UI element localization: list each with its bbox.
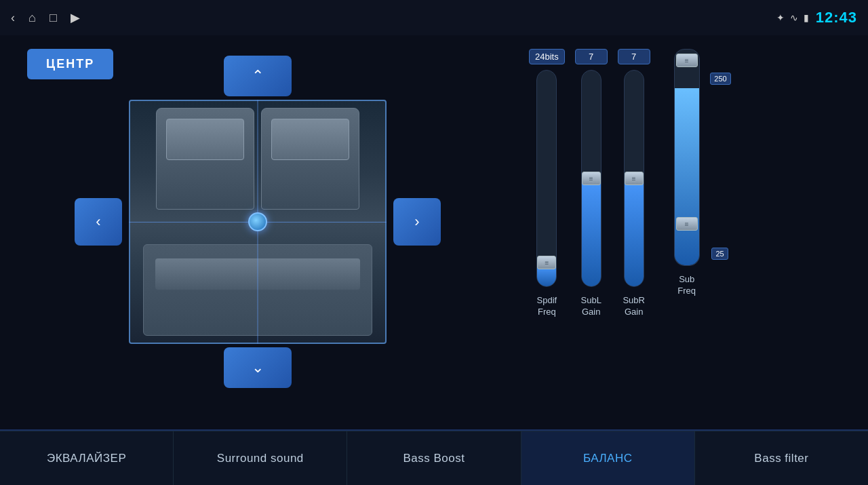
wifi-icon: ∿: [790, 12, 798, 23]
left-panel: ЦЕНТР ⌃ ‹ › ⌄: [0, 35, 515, 431]
spdif-freq-label: SpdifFreq: [537, 295, 557, 318]
subr-gain-track[interactable]: [624, 70, 644, 287]
tab-bassfilter[interactable]: Bass filter: [695, 431, 868, 485]
status-right: ✦ ∿ ▮ 12:43: [776, 9, 857, 26]
seat-right: [261, 108, 359, 210]
spdif-freq-badge: 24bits: [529, 49, 565, 64]
car-container: ⌃ ‹ › ⌄: [129, 56, 387, 388]
bluetooth-icon: ✦: [776, 12, 785, 23]
sub-freq-fill: [675, 88, 699, 265]
subl-gain-fill: [582, 174, 601, 286]
sub-freq-slider-col: 250 25 SubFreq: [674, 49, 700, 297]
subr-gain-handle[interactable]: [625, 172, 644, 185]
seat-left: [156, 108, 254, 210]
back-button[interactable]: ‹: [11, 11, 15, 25]
subr-gain-badge: 7: [618, 49, 650, 64]
sub-freq-bottom-badge: 25: [711, 248, 728, 260]
balance-indicator[interactable]: [248, 212, 267, 231]
subl-gain-slider-col: 7 SubLGain: [575, 49, 608, 318]
media-button[interactable]: ▶: [71, 10, 80, 25]
subl-gain-label: SubLGain: [581, 295, 601, 318]
recent-button[interactable]: □: [50, 11, 57, 25]
tab-balance[interactable]: БАЛАНС: [521, 431, 695, 485]
sub-freq-top-badge: 250: [710, 73, 730, 85]
sub-freq-track[interactable]: [674, 49, 700, 266]
sub-freq-handle-top[interactable]: [676, 54, 698, 67]
spdif-freq-handle[interactable]: [537, 256, 556, 269]
subl-gain-handle[interactable]: [582, 172, 601, 185]
subr-gain-label: SubRGain: [623, 295, 645, 318]
subr-gain-slider-col: 7 SubRGain: [618, 49, 650, 318]
sub-freq-handle-bottom[interactable]: [676, 217, 698, 231]
tab-eq[interactable]: ЭКВАЛАЙЗЕР: [0, 431, 174, 485]
home-button[interactable]: ⌂: [28, 11, 36, 25]
right-panel: 24bits SpdifFreq 7 SubLGain 7 SubRGain: [515, 35, 868, 431]
bottom-nav: ЭКВАЛАЙЗЕР Surround sound Bass Boost БАЛ…: [0, 431, 868, 485]
status-bar: ‹ ⌂ □ ▶ ✦ ∿ ▮ 12:43: [0, 0, 868, 35]
tab-surround[interactable]: Surround sound: [174, 431, 347, 485]
fader-up-button[interactable]: ⌃: [224, 56, 292, 96]
time-display: 12:43: [816, 9, 857, 26]
center-button[interactable]: ЦЕНТР: [27, 49, 113, 79]
balance-right-button[interactable]: ›: [393, 198, 441, 246]
subr-gain-fill: [625, 174, 644, 286]
spdif-freq-slider-col: 24bits SpdifFreq: [529, 49, 565, 318]
tab-bassboost[interactable]: Bass Boost: [347, 431, 521, 485]
battery-icon: ▮: [804, 12, 809, 23]
subl-gain-badge: 7: [575, 49, 608, 64]
nav-icons: ‹ ⌂ □ ▶: [11, 10, 80, 25]
subl-gain-track[interactable]: [581, 70, 601, 287]
sub-freq-label: SubFreq: [677, 274, 696, 297]
fader-down-button[interactable]: ⌄: [224, 347, 292, 388]
balance-left-button[interactable]: ‹: [75, 198, 122, 246]
status-icons: ✦ ∿ ▮: [776, 12, 809, 23]
main-content: ЦЕНТР ⌃ ‹ › ⌄: [0, 35, 868, 431]
spdif-freq-track[interactable]: [536, 70, 557, 287]
